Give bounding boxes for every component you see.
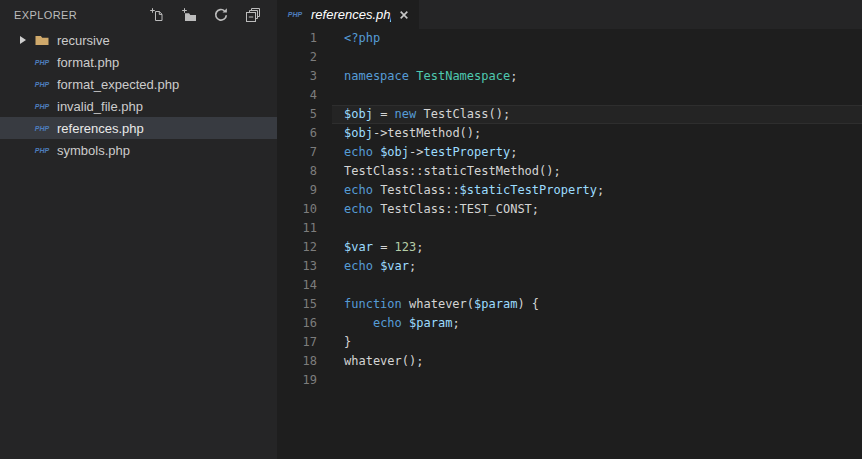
code-content[interactable]: echo TestClass::$staticTestProperty; — [332, 181, 862, 200]
code-token: echo — [344, 145, 373, 159]
file-item-symbols.php[interactable]: PHPsymbols.php — [0, 139, 277, 161]
code-content[interactable]: echo $param; — [332, 314, 862, 333]
code-token: echo — [344, 183, 373, 197]
code-token: testProperty — [424, 145, 511, 159]
code-content[interactable] — [332, 276, 862, 295]
code-line-9: 9echo TestClass::$staticTestProperty; — [277, 181, 862, 200]
new-file-icon[interactable] — [149, 7, 165, 23]
php-file-icon: PHP — [34, 120, 50, 136]
collapse-all-icon[interactable] — [245, 7, 261, 23]
code-token: whatever( — [402, 297, 474, 311]
code-line-18: 18whatever(); — [277, 352, 862, 371]
code-content[interactable]: function whatever($param) { — [332, 295, 862, 314]
code-token — [402, 316, 409, 330]
code-line-6: 6$obj->testMethod(); — [277, 124, 862, 143]
code-line-4: 4 — [277, 86, 862, 105]
line-number: 9 — [277, 181, 332, 200]
file-label: symbols.php — [57, 143, 130, 158]
code-token — [344, 316, 373, 330]
code-token: whatever(); — [344, 354, 423, 368]
file-label: recursive — [57, 33, 110, 48]
chevron-right-icon[interactable] — [20, 36, 34, 44]
code-token: $staticTestProperty — [460, 183, 597, 197]
folder-item-recursive[interactable]: recursive — [0, 29, 277, 51]
code-content[interactable]: echo $obj->testProperty; — [332, 143, 862, 162]
code-line-16: 16 echo $param; — [277, 314, 862, 333]
file-item-references.php[interactable]: PHPreferences.php — [0, 117, 277, 139]
code-content[interactable]: <?php — [332, 29, 862, 48]
line-number: 11 — [277, 219, 332, 238]
code-content[interactable] — [332, 48, 862, 67]
tab-references-php[interactable]: PHP references.php — [277, 0, 419, 29]
folder-icon — [34, 32, 50, 48]
code-content[interactable]: echo $var; — [332, 257, 862, 276]
php-badge-text: PHP — [35, 125, 49, 132]
php-file-icon: PHP — [34, 98, 50, 114]
line-number: 4 — [277, 86, 332, 105]
code-line-17: 17} — [277, 333, 862, 352]
code-content[interactable]: $var = 123; — [332, 238, 862, 257]
tab-label: references.php — [311, 7, 391, 22]
explorer-sidebar: EXPLORER recursivePHPformat.phpPHPformat… — [0, 0, 277, 459]
code-line-13: 13echo $var; — [277, 257, 862, 276]
line-number: 7 — [277, 143, 332, 162]
code-token: $param — [474, 297, 517, 311]
code-token: TestClass(); — [416, 107, 510, 121]
code-content[interactable]: $obj->testMethod(); — [332, 124, 862, 143]
line-number: 8 — [277, 162, 332, 181]
file-item-format_expected.php[interactable]: PHPformat_expected.php — [0, 73, 277, 95]
php-file-icon: PHP — [34, 76, 50, 92]
file-label: invalid_file.php — [57, 99, 143, 114]
code-token: $param — [409, 316, 452, 330]
code-token: ; — [510, 69, 517, 83]
php-badge-text: PHP — [35, 81, 49, 88]
code-content[interactable]: } — [332, 333, 862, 352]
line-number: 12 — [277, 238, 332, 257]
code-token: } — [344, 335, 351, 349]
php-badge-text: PHP — [35, 147, 49, 154]
code-line-11: 11 — [277, 219, 862, 238]
line-number: 13 — [277, 257, 332, 276]
code-line-14: 14 — [277, 276, 862, 295]
line-number: 18 — [277, 352, 332, 371]
file-list: recursivePHPformat.phpPHPformat_expected… — [0, 29, 277, 459]
code-token: $obj — [380, 145, 409, 159]
file-item-invalid_file.php[interactable]: PHPinvalid_file.php — [0, 95, 277, 117]
code-token: ; — [416, 240, 423, 254]
line-number: 17 — [277, 333, 332, 352]
explorer-actions — [149, 7, 261, 23]
code-token: $var — [344, 240, 373, 254]
code-content[interactable] — [332, 371, 862, 390]
code-editor[interactable]: 1<?php23namespace TestNamespace;45$obj =… — [277, 29, 862, 459]
php-badge-text: PHP — [288, 11, 302, 18]
code-line-7: 7echo $obj->testProperty; — [277, 143, 862, 162]
line-number: 14 — [277, 276, 332, 295]
file-label: format.php — [57, 55, 119, 70]
code-content[interactable]: namespace TestNamespace; — [332, 67, 862, 86]
code-content[interactable]: whatever(); — [332, 352, 862, 371]
file-item-format.php[interactable]: PHPformat.php — [0, 51, 277, 73]
code-content[interactable]: TestClass::staticTestMethod(); — [332, 162, 862, 181]
code-line-1: 1<?php — [277, 29, 862, 48]
line-number: 10 — [277, 200, 332, 219]
line-number: 15 — [277, 295, 332, 314]
code-content[interactable] — [332, 86, 862, 105]
code-token: ; — [409, 259, 416, 273]
code-token: <?php — [344, 31, 380, 45]
code-content[interactable] — [332, 219, 862, 238]
code-token: TestClass:: — [373, 183, 460, 197]
line-number: 6 — [277, 124, 332, 143]
tab-bar-empty-area — [419, 0, 862, 29]
tab-bar: PHP references.php — [277, 0, 862, 29]
file-label: references.php — [57, 121, 144, 136]
refresh-icon[interactable] — [213, 7, 229, 23]
code-content-current-line[interactable]: $obj = new TestClass(); — [332, 105, 862, 124]
code-line-8: 8TestClass::staticTestMethod(); — [277, 162, 862, 181]
code-token: TestClass::TEST_CONST; — [373, 202, 539, 216]
php-badge-text: PHP — [35, 59, 49, 66]
code-token: echo — [344, 259, 373, 273]
code-content[interactable]: echo TestClass::TEST_CONST; — [332, 200, 862, 219]
new-folder-icon[interactable] — [181, 7, 197, 23]
close-icon[interactable] — [395, 6, 413, 24]
code-token: ) { — [517, 297, 539, 311]
